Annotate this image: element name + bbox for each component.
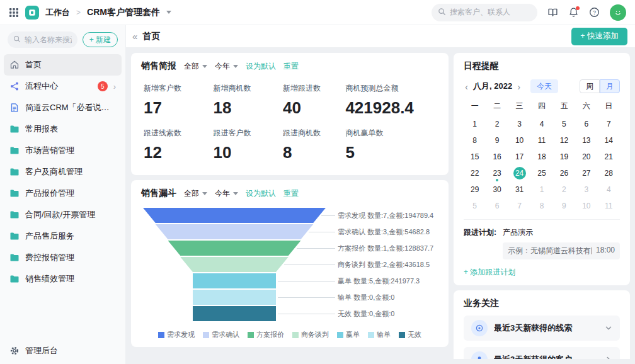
calendar-day[interactable]: 6: [575, 117, 597, 131]
topbar-search-input[interactable]: 搜索客户、联系人: [432, 4, 537, 21]
calendar-day[interactable]: 8: [464, 133, 486, 147]
calendar-day[interactable]: 23: [486, 166, 508, 180]
calendar-day[interactable]: 3: [508, 117, 530, 131]
sidebar-item[interactable]: 流程中心5›: [4, 76, 122, 97]
metric-value: 18: [213, 98, 282, 118]
calendar-day[interactable]: 25: [530, 166, 552, 180]
sidebar-item[interactable]: 首页: [4, 54, 122, 76]
calendar-day[interactable]: 24: [508, 166, 530, 180]
brief-scope-select[interactable]: 全部: [184, 61, 207, 72]
brief-time-select[interactable]: 今年: [215, 61, 238, 72]
legend-item[interactable]: 赢单: [337, 330, 360, 339]
calendar-day[interactable]: 9: [486, 133, 508, 147]
calendar-day[interactable]: 29: [464, 182, 486, 196]
user-avatar[interactable]: [610, 4, 626, 21]
add-plan-link[interactable]: + 添加跟进计划: [464, 267, 515, 278]
today-button[interactable]: 今天: [530, 79, 558, 93]
sidebar-item-label: 客户及商机管理: [25, 166, 116, 178]
calendar-day[interactable]: 31: [508, 182, 530, 196]
home-icon: [9, 60, 20, 70]
calendar-day[interactable]: 18: [530, 149, 552, 164]
workspace-label[interactable]: 工作台: [45, 7, 70, 18]
prev-month-icon[interactable]: ‹: [464, 82, 469, 91]
sidebar-item[interactable]: 简道云CRM「必看说明」: [4, 97, 122, 118]
brief-set-default-link[interactable]: 设为默认: [246, 61, 276, 72]
calendar-day[interactable]: 7: [598, 117, 620, 131]
calendar-day[interactable]: 6: [486, 198, 508, 213]
calendar-day[interactable]: 17: [508, 149, 530, 164]
calendar-day[interactable]: 19: [553, 149, 575, 164]
calendar-day[interactable]: 1: [464, 117, 486, 131]
calendar-day[interactable]: 4: [530, 117, 552, 131]
help-icon[interactable]: ?: [589, 7, 600, 18]
calendar-day[interactable]: 8: [530, 198, 552, 213]
funnel-scope-select[interactable]: 全部: [184, 188, 207, 199]
legend-item[interactable]: 商务谈判: [292, 330, 329, 339]
legend-item[interactable]: 需求发现: [158, 330, 195, 339]
calendar-day[interactable]: 9: [553, 198, 575, 213]
calendar-day[interactable]: 3: [575, 182, 597, 196]
legend-item[interactable]: 需求确认: [203, 330, 239, 339]
app-title-caret-icon[interactable]: [166, 11, 171, 14]
calendar-day[interactable]: 27: [575, 166, 597, 180]
calendar-day[interactable]: 4: [598, 182, 620, 196]
calendar-day[interactable]: 10: [575, 198, 597, 213]
sidebar-item[interactable]: 常用报表: [4, 118, 122, 140]
chevron-down-icon: [233, 65, 238, 68]
chevron-right-icon: ›: [113, 82, 116, 91]
funnel-time-select[interactable]: 今年: [215, 188, 238, 199]
calendar-day[interactable]: 13: [575, 133, 597, 147]
calendar-day[interactable]: 26: [553, 166, 575, 180]
apps-grid-icon[interactable]: [9, 8, 19, 18]
notebook-icon[interactable]: [547, 7, 558, 18]
sidebar-item[interactable]: 销售绩效管理: [4, 268, 122, 290]
legend-item[interactable]: 无效: [399, 330, 421, 339]
calendar-day[interactable]: 1: [530, 182, 552, 196]
calendar-day[interactable]: 20: [575, 149, 597, 164]
calendar-day[interactable]: 12: [553, 133, 575, 147]
next-month-icon[interactable]: ›: [516, 82, 522, 91]
calendar-day[interactable]: 28: [598, 166, 620, 180]
sidebar-item[interactable]: 客户及商机管理: [4, 161, 122, 183]
sidebar-item[interactable]: 费控报销管理: [4, 247, 122, 268]
legend-item[interactable]: 输单: [368, 330, 391, 339]
new-button[interactable]: + 新建: [83, 32, 118, 47]
legend-item[interactable]: 方案报价: [248, 330, 284, 339]
calendar-day[interactable]: 2: [553, 182, 575, 196]
calendar-day[interactable]: 22: [464, 166, 486, 180]
calendar-day[interactable]: 15: [464, 149, 486, 164]
calendar-day[interactable]: 7: [508, 198, 530, 213]
sidebar-search-input[interactable]: 输入名称来搜索: [8, 31, 77, 48]
week-view-button[interactable]: 周: [580, 79, 600, 93]
month-view-button[interactable]: 月: [600, 79, 620, 93]
calendar-day[interactable]: 2: [486, 117, 508, 131]
calendar-day[interactable]: 5: [464, 198, 486, 213]
sales-brief-title: 销售简报: [141, 60, 176, 72]
workbench-logo-icon[interactable]: [25, 6, 39, 20]
calendar-day[interactable]: 11: [598, 198, 620, 213]
funnel-set-default-link[interactable]: 设为默认: [246, 188, 276, 199]
metric-value: 8: [283, 143, 345, 162]
sidebar-admin-link[interactable]: 管理后台: [0, 338, 125, 364]
business-item[interactable]: 最近3天新获得的线索: [464, 316, 620, 341]
calendar-day[interactable]: 30: [486, 182, 508, 196]
sidebar-item[interactable]: 产品售后服务: [4, 225, 122, 247]
calendar-day[interactable]: 16: [486, 149, 508, 164]
calendar-day[interactable]: 21: [598, 149, 620, 164]
collapse-sidebar-icon[interactable]: «: [132, 31, 137, 42]
plan-item[interactable]: 示例：无锡简道云科技有限... 18:00: [503, 242, 620, 259]
brief-reset-link[interactable]: 重置: [283, 61, 299, 72]
sidebar-item[interactable]: 合同/回款/开票管理: [4, 204, 122, 225]
notification-bell-icon[interactable]: [568, 7, 579, 18]
quick-add-button[interactable]: + 快速添加: [571, 28, 627, 45]
sidebar-item[interactable]: 市场营销管理: [4, 140, 122, 161]
sidebar-item[interactable]: 产品报价管理: [4, 183, 122, 204]
app-title[interactable]: CRM客户管理套件: [87, 7, 160, 18]
business-item-label: 最近3天新获得的线索: [494, 322, 598, 334]
calendar-day[interactable]: 5: [553, 117, 575, 131]
calendar-day[interactable]: 14: [598, 133, 620, 147]
calendar-day[interactable]: 10: [508, 133, 530, 147]
business-item[interactable]: 最近3天新获得的客户: [464, 347, 620, 359]
calendar-day[interactable]: 11: [530, 133, 552, 147]
funnel-reset-link[interactable]: 重置: [283, 188, 299, 199]
